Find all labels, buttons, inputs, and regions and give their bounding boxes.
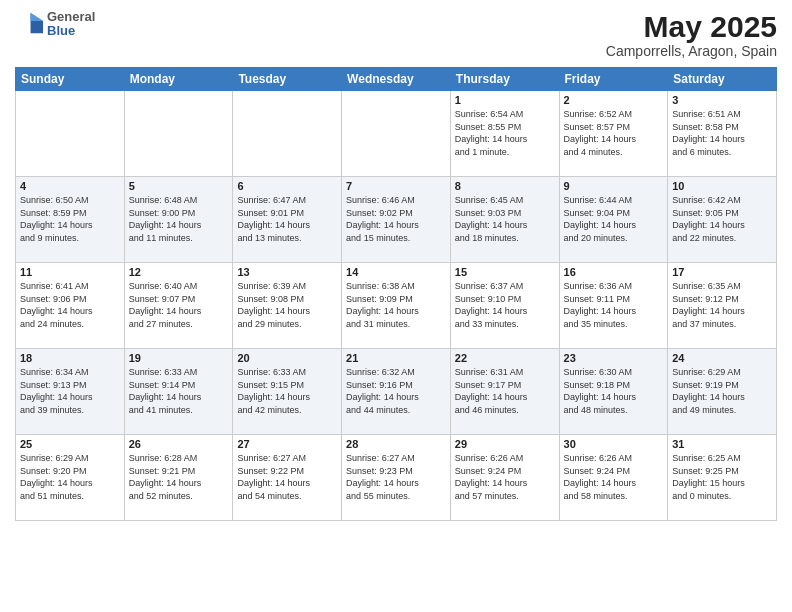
day-info: Sunrise: 6:32 AM Sunset: 9:16 PM Dayligh…: [346, 366, 446, 416]
logo-general: General: [47, 10, 95, 24]
day-number: 28: [346, 438, 446, 450]
day-number: 23: [564, 352, 664, 364]
table-row: 18Sunrise: 6:34 AM Sunset: 9:13 PM Dayli…: [16, 349, 125, 435]
page-header: General Blue May 2025 Camporrells, Arago…: [15, 10, 777, 59]
day-number: 16: [564, 266, 664, 278]
table-row: [233, 91, 342, 177]
col-friday: Friday: [559, 68, 668, 91]
day-number: 21: [346, 352, 446, 364]
day-number: 12: [129, 266, 229, 278]
table-row: 11Sunrise: 6:41 AM Sunset: 9:06 PM Dayli…: [16, 263, 125, 349]
day-info: Sunrise: 6:45 AM Sunset: 9:03 PM Dayligh…: [455, 194, 555, 244]
day-info: Sunrise: 6:42 AM Sunset: 9:05 PM Dayligh…: [672, 194, 772, 244]
table-row: 15Sunrise: 6:37 AM Sunset: 9:10 PM Dayli…: [450, 263, 559, 349]
location: Camporrells, Aragon, Spain: [606, 43, 777, 59]
calendar-table: Sunday Monday Tuesday Wednesday Thursday…: [15, 67, 777, 521]
table-row: 22Sunrise: 6:31 AM Sunset: 9:17 PM Dayli…: [450, 349, 559, 435]
day-info: Sunrise: 6:54 AM Sunset: 8:55 PM Dayligh…: [455, 108, 555, 158]
table-row: 17Sunrise: 6:35 AM Sunset: 9:12 PM Dayli…: [668, 263, 777, 349]
day-info: Sunrise: 6:47 AM Sunset: 9:01 PM Dayligh…: [237, 194, 337, 244]
table-row: 3Sunrise: 6:51 AM Sunset: 8:58 PM Daylig…: [668, 91, 777, 177]
table-row: 24Sunrise: 6:29 AM Sunset: 9:19 PM Dayli…: [668, 349, 777, 435]
day-number: 8: [455, 180, 555, 192]
day-info: Sunrise: 6:30 AM Sunset: 9:18 PM Dayligh…: [564, 366, 664, 416]
day-number: 17: [672, 266, 772, 278]
day-number: 27: [237, 438, 337, 450]
day-info: Sunrise: 6:37 AM Sunset: 9:10 PM Dayligh…: [455, 280, 555, 330]
day-info: Sunrise: 6:52 AM Sunset: 8:57 PM Dayligh…: [564, 108, 664, 158]
logo: General Blue: [15, 10, 95, 39]
day-info: Sunrise: 6:33 AM Sunset: 9:14 PM Dayligh…: [129, 366, 229, 416]
logo-blue: Blue: [47, 24, 95, 38]
table-row: [124, 91, 233, 177]
logo-text: General Blue: [47, 10, 95, 39]
day-number: 13: [237, 266, 337, 278]
table-row: [16, 91, 125, 177]
col-monday: Monday: [124, 68, 233, 91]
day-info: Sunrise: 6:28 AM Sunset: 9:21 PM Dayligh…: [129, 452, 229, 502]
day-number: 7: [346, 180, 446, 192]
day-number: 18: [20, 352, 120, 364]
day-number: 5: [129, 180, 229, 192]
table-row: 12Sunrise: 6:40 AM Sunset: 9:07 PM Dayli…: [124, 263, 233, 349]
day-number: 29: [455, 438, 555, 450]
svg-marker-1: [31, 13, 43, 21]
calendar-week-row: 1Sunrise: 6:54 AM Sunset: 8:55 PM Daylig…: [16, 91, 777, 177]
day-number: 25: [20, 438, 120, 450]
table-row: [342, 91, 451, 177]
day-number: 3: [672, 94, 772, 106]
day-number: 4: [20, 180, 120, 192]
day-number: 26: [129, 438, 229, 450]
day-info: Sunrise: 6:38 AM Sunset: 9:09 PM Dayligh…: [346, 280, 446, 330]
day-info: Sunrise: 6:26 AM Sunset: 9:24 PM Dayligh…: [564, 452, 664, 502]
table-row: 13Sunrise: 6:39 AM Sunset: 9:08 PM Dayli…: [233, 263, 342, 349]
day-number: 30: [564, 438, 664, 450]
table-row: 6Sunrise: 6:47 AM Sunset: 9:01 PM Daylig…: [233, 177, 342, 263]
day-info: Sunrise: 6:40 AM Sunset: 9:07 PM Dayligh…: [129, 280, 229, 330]
day-number: 19: [129, 352, 229, 364]
day-info: Sunrise: 6:35 AM Sunset: 9:12 PM Dayligh…: [672, 280, 772, 330]
day-number: 22: [455, 352, 555, 364]
table-row: 27Sunrise: 6:27 AM Sunset: 9:22 PM Dayli…: [233, 435, 342, 521]
table-row: 5Sunrise: 6:48 AM Sunset: 9:00 PM Daylig…: [124, 177, 233, 263]
day-number: 11: [20, 266, 120, 278]
table-row: 19Sunrise: 6:33 AM Sunset: 9:14 PM Dayli…: [124, 349, 233, 435]
table-row: 30Sunrise: 6:26 AM Sunset: 9:24 PM Dayli…: [559, 435, 668, 521]
day-info: Sunrise: 6:29 AM Sunset: 9:20 PM Dayligh…: [20, 452, 120, 502]
table-row: 28Sunrise: 6:27 AM Sunset: 9:23 PM Dayli…: [342, 435, 451, 521]
day-info: Sunrise: 6:34 AM Sunset: 9:13 PM Dayligh…: [20, 366, 120, 416]
day-info: Sunrise: 6:41 AM Sunset: 9:06 PM Dayligh…: [20, 280, 120, 330]
table-row: 8Sunrise: 6:45 AM Sunset: 9:03 PM Daylig…: [450, 177, 559, 263]
calendar-week-row: 11Sunrise: 6:41 AM Sunset: 9:06 PM Dayli…: [16, 263, 777, 349]
calendar-page: General Blue May 2025 Camporrells, Arago…: [0, 0, 792, 612]
generalblue-logo-icon: [15, 10, 43, 38]
table-row: 23Sunrise: 6:30 AM Sunset: 9:18 PM Dayli…: [559, 349, 668, 435]
day-number: 20: [237, 352, 337, 364]
col-saturday: Saturday: [668, 68, 777, 91]
day-number: 6: [237, 180, 337, 192]
calendar-week-row: 4Sunrise: 6:50 AM Sunset: 8:59 PM Daylig…: [16, 177, 777, 263]
col-wednesday: Wednesday: [342, 68, 451, 91]
table-row: 29Sunrise: 6:26 AM Sunset: 9:24 PM Dayli…: [450, 435, 559, 521]
day-number: 9: [564, 180, 664, 192]
day-number: 1: [455, 94, 555, 106]
day-number: 31: [672, 438, 772, 450]
day-info: Sunrise: 6:48 AM Sunset: 9:00 PM Dayligh…: [129, 194, 229, 244]
col-tuesday: Tuesday: [233, 68, 342, 91]
col-thursday: Thursday: [450, 68, 559, 91]
table-row: 25Sunrise: 6:29 AM Sunset: 9:20 PM Dayli…: [16, 435, 125, 521]
table-row: 9Sunrise: 6:44 AM Sunset: 9:04 PM Daylig…: [559, 177, 668, 263]
table-row: 14Sunrise: 6:38 AM Sunset: 9:09 PM Dayli…: [342, 263, 451, 349]
col-sunday: Sunday: [16, 68, 125, 91]
title-block: May 2025 Camporrells, Aragon, Spain: [606, 10, 777, 59]
table-row: 1Sunrise: 6:54 AM Sunset: 8:55 PM Daylig…: [450, 91, 559, 177]
table-row: 21Sunrise: 6:32 AM Sunset: 9:16 PM Dayli…: [342, 349, 451, 435]
calendar-header-row: Sunday Monday Tuesday Wednesday Thursday…: [16, 68, 777, 91]
day-info: Sunrise: 6:33 AM Sunset: 9:15 PM Dayligh…: [237, 366, 337, 416]
day-info: Sunrise: 6:39 AM Sunset: 9:08 PM Dayligh…: [237, 280, 337, 330]
table-row: 31Sunrise: 6:25 AM Sunset: 9:25 PM Dayli…: [668, 435, 777, 521]
table-row: 10Sunrise: 6:42 AM Sunset: 9:05 PM Dayli…: [668, 177, 777, 263]
calendar-week-row: 25Sunrise: 6:29 AM Sunset: 9:20 PM Dayli…: [16, 435, 777, 521]
month-title: May 2025: [606, 10, 777, 43]
day-number: 10: [672, 180, 772, 192]
